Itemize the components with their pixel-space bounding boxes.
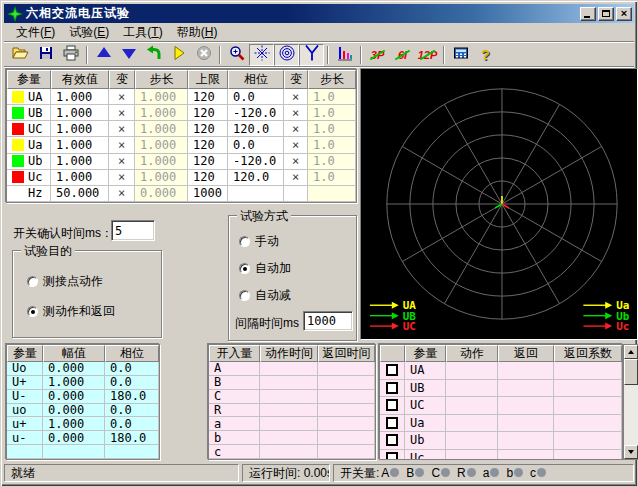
result-scrollbar[interactable] — [623, 344, 638, 460]
rms-cell[interactable]: 1.000 — [51, 154, 109, 170]
open-button[interactable] — [8, 44, 33, 66]
step-cell[interactable]: 0.000 — [135, 186, 188, 202]
step2-cell[interactable]: 1.0 — [308, 170, 356, 186]
checkbox[interactable] — [386, 364, 398, 376]
step-cell[interactable]: 1.000 — [135, 154, 188, 170]
limit-cell[interactable]: 120 — [188, 154, 228, 170]
scroll-up-button[interactable] — [624, 345, 638, 359]
vary-toggle-cell[interactable]: × — [109, 170, 135, 186]
vary-toggle-cell[interactable]: × — [109, 89, 135, 105]
vary2-toggle-cell[interactable]: × — [284, 89, 308, 105]
purpose-radio-selected[interactable] — [27, 306, 38, 317]
mode-option[interactable]: 自动加 — [239, 260, 291, 277]
vary-toggle-cell[interactable]: × — [109, 137, 135, 153]
menu-item-h[interactable]: 帮助(H) — [171, 23, 224, 42]
phasor-diagram: UAUBUCUaUbUc — [360, 68, 638, 340]
vary2-toggle-cell[interactable]: × — [284, 137, 308, 153]
zoom-button[interactable] — [224, 44, 249, 66]
open-icon — [12, 45, 29, 64]
vary2-toggle-cell[interactable]: × — [284, 154, 308, 170]
phase-cell[interactable]: 120.0 — [228, 121, 284, 137]
scroll-down-button[interactable] — [624, 445, 638, 459]
help-button[interactable]: ? — [473, 44, 498, 66]
menu-item-t[interactable]: 工具(T) — [117, 23, 168, 42]
calculator-button[interactable] — [448, 44, 473, 66]
rms-cell[interactable]: 1.000 — [51, 105, 109, 121]
step2-cell[interactable]: 1.0 — [308, 121, 356, 137]
step-cell[interactable]: 1.000 — [135, 137, 188, 153]
purpose-option[interactable]: 测动作和返回 — [27, 303, 115, 320]
vector-rings-button[interactable] — [274, 44, 299, 66]
checkbox[interactable] — [386, 382, 398, 394]
save-button[interactable] — [33, 44, 58, 66]
checkbox[interactable] — [386, 434, 398, 446]
mode-option[interactable]: 自动减 — [239, 287, 291, 304]
run-button[interactable] — [166, 44, 191, 66]
step-cell[interactable]: 1.000 — [135, 170, 188, 186]
param-name-cell: UB — [7, 105, 51, 121]
purpose-option[interactable]: 测接点动作 — [27, 273, 103, 290]
rms-cell[interactable]: 1.000 — [51, 170, 109, 186]
lower-button[interactable] — [116, 44, 141, 66]
purpose-radio[interactable] — [27, 276, 38, 287]
limit-cell[interactable]: 120 — [188, 89, 228, 105]
rms-cell[interactable]: 50.000 — [51, 186, 109, 202]
rms-cell[interactable]: 1.000 — [51, 121, 109, 137]
step-cell[interactable]: 1.000 — [135, 121, 188, 137]
print-button[interactable] — [58, 44, 83, 66]
rms-cell[interactable]: 1.000 — [51, 137, 109, 153]
menu-item-e[interactable]: 试验(E) — [63, 23, 115, 42]
phase-cell[interactable] — [228, 186, 284, 202]
limit-cell[interactable]: 120 — [188, 137, 228, 153]
minimize-button[interactable] — [580, 7, 596, 21]
vary-toggle-cell[interactable]: × — [109, 105, 135, 121]
mode-radio[interactable] — [239, 290, 250, 301]
checkbox[interactable] — [386, 417, 398, 429]
limit-cell[interactable]: 120 — [188, 121, 228, 137]
step-cell[interactable]: 1.000 — [135, 89, 188, 105]
mode-option[interactable]: 手动 — [239, 233, 279, 250]
step2-cell[interactable]: 1.0 — [308, 89, 356, 105]
phase-cell[interactable]: 0.0 — [228, 137, 284, 153]
checkbox[interactable] — [386, 399, 398, 411]
limit-cell[interactable]: 120 — [188, 105, 228, 121]
step2-cell[interactable]: 1.0 — [308, 105, 356, 121]
checkbox[interactable] — [386, 452, 398, 460]
harmonics-button[interactable] — [332, 44, 357, 66]
limit-cell[interactable]: 1000 — [188, 186, 228, 202]
raise-button[interactable] — [91, 44, 116, 66]
step2-cell[interactable]: 1.0 — [308, 137, 356, 153]
menu-item-f[interactable]: 文件(F) — [10, 23, 61, 42]
purpose-option-label: 测动作和返回 — [43, 303, 115, 320]
phase-cell[interactable]: 120.0 — [228, 170, 284, 186]
test-12p-button[interactable]: 12P — [415, 44, 440, 66]
maximize-button[interactable] — [598, 7, 614, 21]
phase-cell[interactable]: -120.0 — [228, 154, 284, 170]
vary2-toggle-cell[interactable] — [284, 186, 308, 202]
undo-button[interactable] — [141, 44, 166, 66]
scrollbar-thumb[interactable] — [624, 359, 638, 385]
mode-radio[interactable] — [239, 236, 250, 247]
step2-cell[interactable]: 1.0 — [308, 154, 356, 170]
interval-input[interactable] — [303, 311, 353, 331]
limit-cell[interactable]: 120 — [188, 170, 228, 186]
phasor-grid-button[interactable] — [249, 44, 274, 66]
rms-cell[interactable]: 1.000 — [51, 89, 109, 105]
mode-radio-selected[interactable] — [239, 263, 250, 274]
vary-toggle-cell[interactable]: × — [109, 121, 135, 137]
test-6i-button[interactable]: 6I — [390, 44, 415, 66]
vary-toggle-cell[interactable]: × — [109, 154, 135, 170]
phase-cell[interactable]: -120.0 — [228, 105, 284, 121]
vary-toggle-cell[interactable]: × — [109, 186, 135, 202]
close-button[interactable]: × — [616, 7, 632, 21]
step-cell[interactable]: 1.000 — [135, 105, 188, 121]
step2-cell[interactable] — [308, 186, 356, 202]
test-3p-button[interactable]: 3P — [365, 44, 390, 66]
y-connection-button[interactable] — [299, 44, 324, 66]
phase-cell[interactable]: 0.0 — [228, 89, 284, 105]
vary2-toggle-cell[interactable]: × — [284, 170, 308, 186]
switch-confirm-input[interactable] — [111, 220, 155, 241]
vary2-toggle-cell[interactable]: × — [284, 121, 308, 137]
input-table-header: 开入量 — [209, 345, 260, 362]
vary2-toggle-cell[interactable]: × — [284, 105, 308, 121]
